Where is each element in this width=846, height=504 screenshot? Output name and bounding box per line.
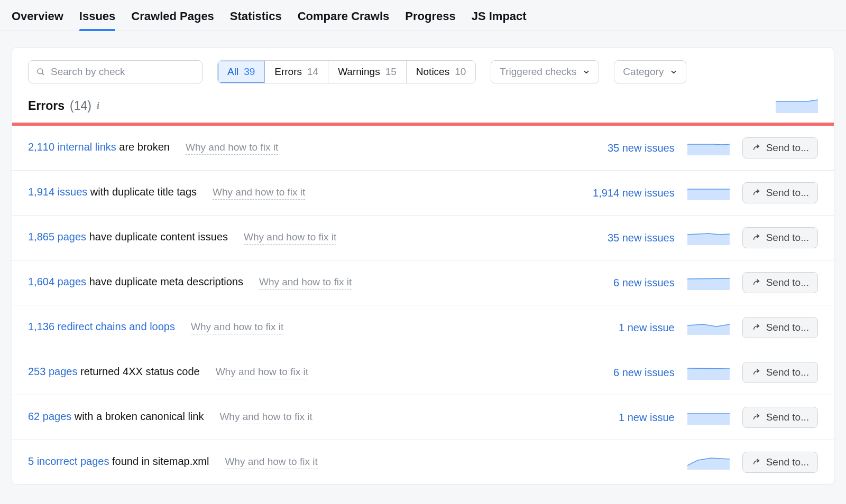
info-icon[interactable]: i (97, 100, 99, 111)
row-sparkline (687, 365, 730, 380)
tab-statistics[interactable]: Statistics (230, 10, 282, 31)
row-sparkline (687, 275, 730, 290)
send-to-label: Send to... (766, 232, 809, 244)
fix-link[interactable]: Why and how to fix it (259, 276, 352, 290)
nav-tabs: OverviewIssuesCrawled PagesStatisticsCom… (0, 0, 846, 31)
filter-count: 15 (385, 66, 397, 78)
filter-count: 39 (244, 66, 255, 78)
filter-label: All (227, 66, 238, 78)
share-arrow-icon (751, 233, 761, 242)
issue-count-link[interactable]: 1,914 issues (28, 186, 87, 198)
new-issues-link[interactable]: 1,914 new issues (580, 187, 675, 199)
issue-count-link[interactable]: 62 pages (28, 410, 71, 422)
row-sparkline (687, 455, 730, 470)
issue-count-link[interactable]: 2,110 internal links (28, 141, 116, 153)
chevron-down-icon (670, 68, 677, 76)
new-issues-link[interactable]: 1 new issue (580, 412, 675, 424)
section-title-text: Errors (28, 99, 65, 113)
fix-link[interactable]: Why and how to fix it (216, 366, 308, 379)
new-issues-link[interactable]: 6 new issues (580, 277, 675, 289)
fix-link[interactable]: Why and how to fix it (186, 142, 278, 155)
send-to-button[interactable]: Send to... (742, 182, 818, 203)
send-to-button[interactable]: Send to... (742, 407, 818, 428)
search-box[interactable] (28, 60, 203, 83)
filter-all[interactable]: All39 (218, 61, 265, 83)
send-to-label: Send to... (766, 367, 809, 378)
send-to-button[interactable]: Send to... (742, 317, 818, 338)
section-count: (14) (70, 99, 91, 113)
send-to-button[interactable]: Send to... (742, 452, 818, 473)
issue-count-link[interactable]: 253 pages (28, 366, 77, 377)
filter-label: Errors (274, 66, 302, 78)
send-to-label: Send to... (766, 456, 809, 468)
issue-description: 1,136 redirect chains and loopsWhy and h… (28, 321, 567, 334)
issue-list: 2,110 internal links are brokenWhy and h… (12, 126, 834, 484)
issue-description: 253 pages returned 4XX status codeWhy an… (28, 366, 567, 379)
issue-count-link[interactable]: 5 incorrect pages (28, 455, 109, 467)
issue-text: 1,914 issues with duplicate title tags (28, 186, 197, 198)
share-arrow-icon (751, 413, 761, 422)
tab-progress[interactable]: Progress (405, 10, 455, 31)
tab-compare-crawls[interactable]: Compare Crawls (298, 10, 390, 31)
tab-crawled-pages[interactable]: Crawled Pages (131, 10, 214, 31)
send-to-button[interactable]: Send to... (742, 137, 818, 158)
fix-link[interactable]: Why and how to fix it (225, 456, 317, 469)
filter-count: 14 (307, 66, 318, 78)
send-to-label: Send to... (766, 142, 809, 154)
issue-row: 2,110 internal links are brokenWhy and h… (12, 126, 834, 171)
issue-count-link[interactable]: 1,604 pages (28, 276, 86, 287)
issue-description: 1,914 issues with duplicate title tagsWh… (28, 186, 567, 200)
new-issues-link[interactable]: 35 new issues (580, 232, 675, 244)
send-to-label: Send to... (766, 322, 809, 333)
issue-description: 2,110 internal links are brokenWhy and h… (28, 141, 567, 155)
new-issues-link[interactable]: 35 new issues (580, 142, 675, 154)
fix-link[interactable]: Why and how to fix it (219, 411, 312, 424)
triggered-checks-dropdown[interactable]: Triggered checks (491, 60, 599, 83)
issue-row: 5 incorrect pages found in sitemap.xmlWh… (12, 440, 834, 484)
send-to-button[interactable]: Send to... (742, 227, 818, 248)
issue-text: 2,110 internal links are broken (28, 141, 170, 153)
fix-link[interactable]: Why and how to fix it (213, 186, 305, 200)
share-arrow-icon (751, 278, 761, 287)
tab-js-impact[interactable]: JS Impact (472, 10, 527, 31)
filter-errors[interactable]: Errors14 (265, 61, 328, 83)
issue-count-link[interactable]: 1,865 pages (28, 231, 86, 242)
send-to-label: Send to... (766, 277, 809, 288)
fix-link[interactable]: Why and how to fix it (191, 321, 283, 334)
issue-row: 62 pages with a broken canonical linkWhy… (12, 395, 834, 440)
send-to-button[interactable]: Send to... (742, 272, 818, 293)
fix-link[interactable]: Why and how to fix it (244, 231, 336, 245)
search-icon (36, 67, 45, 77)
filter-label: Warnings (338, 66, 380, 78)
search-input[interactable] (51, 66, 195, 78)
issue-text: 1,865 pages have duplicate content issue… (28, 231, 228, 243)
section-title: Errors (14) i (28, 99, 99, 113)
section-sparkline (776, 98, 818, 113)
issue-text: 62 pages with a broken canonical link (28, 410, 204, 423)
new-issues-link[interactable]: 1 new issue (580, 322, 675, 334)
share-arrow-icon (751, 323, 761, 332)
new-issues-link[interactable]: 6 new issues (580, 367, 675, 379)
issue-count-link[interactable]: 1,136 redirect chains and loops (28, 321, 175, 332)
issue-row: 1,865 pages have duplicate content issue… (12, 216, 834, 260)
issue-row: 1,914 issues with duplicate title tagsWh… (12, 171, 834, 216)
row-sparkline (687, 320, 730, 335)
issue-description: 62 pages with a broken canonical linkWhy… (28, 410, 567, 424)
issue-text: 253 pages returned 4XX status code (28, 366, 200, 378)
issue-description: 5 incorrect pages found in sitemap.xmlWh… (28, 455, 567, 469)
section-header: Errors (14) i (12, 94, 834, 123)
issue-text: 1,604 pages have duplicate meta descript… (28, 276, 243, 288)
tab-issues[interactable]: Issues (79, 10, 116, 31)
row-sparkline (687, 141, 730, 155)
tab-overview[interactable]: Overview (12, 10, 63, 31)
category-dropdown[interactable]: Category (614, 60, 686, 83)
issue-text: 1,136 redirect chains and loops (28, 321, 175, 333)
issue-text: 5 incorrect pages found in sitemap.xml (28, 455, 209, 468)
share-arrow-icon (751, 368, 761, 377)
filter-warnings[interactable]: Warnings15 (328, 61, 407, 83)
issue-row: 1,604 pages have duplicate meta descript… (12, 260, 834, 305)
filter-notices[interactable]: Notices10 (407, 61, 476, 83)
triggered-checks-label: Triggered checks (500, 66, 576, 78)
row-sparkline (687, 230, 730, 245)
send-to-button[interactable]: Send to... (742, 362, 818, 383)
